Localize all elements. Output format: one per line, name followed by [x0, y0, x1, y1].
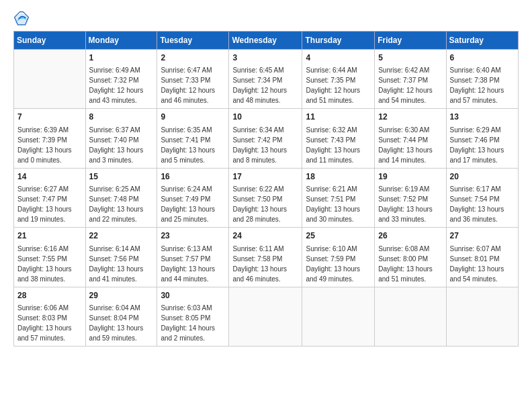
weekday-header-wednesday: Wednesday: [229, 32, 302, 50]
weekday-header-friday: Friday: [375, 32, 446, 50]
day-number: 20: [450, 171, 515, 183]
logo: [13, 11, 32, 27]
day-info: Sunrise: 6:45 AM Sunset: 7:34 PM Dayligh…: [232, 65, 298, 105]
day-number: 4: [306, 52, 371, 64]
day-number: 17: [232, 171, 298, 183]
calendar-week-row: 14Sunrise: 6:27 AM Sunset: 7:47 PM Dayli…: [14, 168, 519, 227]
day-info: Sunrise: 6:39 AM Sunset: 7:39 PM Dayligh…: [17, 125, 82, 165]
day-number: 2: [161, 52, 225, 64]
calendar-week-row: 28Sunrise: 6:06 AM Sunset: 8:03 PM Dayli…: [14, 287, 519, 346]
day-info: Sunrise: 6:35 AM Sunset: 7:41 PM Dayligh…: [161, 125, 225, 165]
calendar-cell: 6Sunrise: 6:40 AM Sunset: 7:38 PM Daylig…: [446, 50, 518, 109]
day-info: Sunrise: 6:07 AM Sunset: 8:01 PM Dayligh…: [450, 244, 515, 284]
calendar-cell: 28Sunrise: 6:06 AM Sunset: 8:03 PM Dayli…: [14, 287, 86, 346]
calendar-cell: 12Sunrise: 6:30 AM Sunset: 7:44 PM Dayli…: [375, 109, 446, 168]
day-info: Sunrise: 6:34 AM Sunset: 7:42 PM Dayligh…: [232, 125, 298, 165]
calendar-cell: 5Sunrise: 6:42 AM Sunset: 7:37 PM Daylig…: [375, 50, 446, 109]
day-info: Sunrise: 6:25 AM Sunset: 7:48 PM Dayligh…: [89, 184, 154, 224]
day-info: Sunrise: 6:19 AM Sunset: 7:52 PM Dayligh…: [378, 184, 442, 224]
calendar-cell: 3Sunrise: 6:45 AM Sunset: 7:34 PM Daylig…: [229, 50, 302, 109]
weekday-header-saturday: Saturday: [446, 32, 518, 50]
page-header: [13, 11, 519, 27]
day-number: 21: [17, 230, 82, 242]
calendar-cell: 8Sunrise: 6:37 AM Sunset: 7:40 PM Daylig…: [85, 109, 157, 168]
day-info: Sunrise: 6:32 AM Sunset: 7:43 PM Dayligh…: [306, 125, 371, 165]
day-number: 28: [17, 290, 82, 302]
calendar-cell: 16Sunrise: 6:24 AM Sunset: 7:49 PM Dayli…: [157, 168, 229, 227]
day-info: Sunrise: 6:03 AM Sunset: 8:05 PM Dayligh…: [161, 303, 225, 343]
day-number: 30: [161, 290, 225, 302]
day-info: Sunrise: 6:40 AM Sunset: 7:38 PM Dayligh…: [450, 65, 515, 105]
day-info: Sunrise: 6:16 AM Sunset: 7:55 PM Dayligh…: [17, 244, 82, 284]
calendar-cell: [302, 287, 375, 346]
calendar-cell: 2Sunrise: 6:47 AM Sunset: 7:33 PM Daylig…: [157, 50, 229, 109]
day-info: Sunrise: 6:37 AM Sunset: 7:40 PM Dayligh…: [89, 125, 154, 165]
weekday-header-monday: Monday: [85, 32, 157, 50]
calendar-cell: 4Sunrise: 6:44 AM Sunset: 7:35 PM Daylig…: [302, 50, 375, 109]
calendar-week-row: 1Sunrise: 6:49 AM Sunset: 7:32 PM Daylig…: [14, 50, 519, 109]
day-info: Sunrise: 6:08 AM Sunset: 8:00 PM Dayligh…: [378, 244, 442, 284]
calendar-cell: 11Sunrise: 6:32 AM Sunset: 7:43 PM Dayli…: [302, 109, 375, 168]
day-number: 7: [17, 111, 82, 123]
day-info: Sunrise: 6:13 AM Sunset: 7:57 PM Dayligh…: [161, 244, 225, 284]
calendar-cell: 23Sunrise: 6:13 AM Sunset: 7:57 PM Dayli…: [157, 228, 229, 287]
day-info: Sunrise: 6:11 AM Sunset: 7:58 PM Dayligh…: [232, 244, 298, 284]
day-info: Sunrise: 6:44 AM Sunset: 7:35 PM Dayligh…: [306, 65, 371, 105]
calendar-cell: 17Sunrise: 6:22 AM Sunset: 7:50 PM Dayli…: [229, 168, 302, 227]
calendar-cell: 20Sunrise: 6:17 AM Sunset: 7:54 PM Dayli…: [446, 168, 518, 227]
day-number: 12: [378, 111, 442, 123]
day-number: 6: [450, 52, 515, 64]
calendar-cell: 19Sunrise: 6:19 AM Sunset: 7:52 PM Dayli…: [375, 168, 446, 227]
day-number: 5: [378, 52, 442, 64]
calendar-week-row: 7Sunrise: 6:39 AM Sunset: 7:39 PM Daylig…: [14, 109, 519, 168]
day-number: 9: [161, 111, 225, 123]
calendar-cell: 27Sunrise: 6:07 AM Sunset: 8:01 PM Dayli…: [446, 228, 518, 287]
calendar-cell: 26Sunrise: 6:08 AM Sunset: 8:00 PM Dayli…: [375, 228, 446, 287]
calendar-cell: 1Sunrise: 6:49 AM Sunset: 7:32 PM Daylig…: [85, 50, 157, 109]
calendar-cell: 29Sunrise: 6:04 AM Sunset: 8:04 PM Dayli…: [85, 287, 157, 346]
calendar-cell: 13Sunrise: 6:29 AM Sunset: 7:46 PM Dayli…: [446, 109, 518, 168]
weekday-header-sunday: Sunday: [14, 32, 86, 50]
calendar-cell: 10Sunrise: 6:34 AM Sunset: 7:42 PM Dayli…: [229, 109, 302, 168]
calendar-cell: 21Sunrise: 6:16 AM Sunset: 7:55 PM Dayli…: [14, 228, 86, 287]
calendar-cell: [14, 50, 86, 109]
day-number: 27: [450, 230, 515, 242]
day-number: 16: [161, 171, 225, 183]
calendar-cell: 25Sunrise: 6:10 AM Sunset: 7:59 PM Dayli…: [302, 228, 375, 287]
day-info: Sunrise: 6:10 AM Sunset: 7:59 PM Dayligh…: [306, 244, 371, 284]
day-number: 8: [89, 111, 154, 123]
day-number: 25: [306, 230, 371, 242]
calendar-cell: [375, 287, 446, 346]
day-info: Sunrise: 6:49 AM Sunset: 7:32 PM Dayligh…: [89, 65, 154, 105]
calendar-cell: 7Sunrise: 6:39 AM Sunset: 7:39 PM Daylig…: [14, 109, 86, 168]
day-info: Sunrise: 6:47 AM Sunset: 7:33 PM Dayligh…: [161, 65, 225, 105]
calendar-cell: [446, 287, 518, 346]
logo-icon: [13, 11, 30, 27]
day-info: Sunrise: 6:04 AM Sunset: 8:04 PM Dayligh…: [89, 303, 154, 343]
day-number: 14: [17, 171, 82, 183]
day-info: Sunrise: 6:22 AM Sunset: 7:50 PM Dayligh…: [232, 184, 298, 224]
day-number: 10: [232, 111, 298, 123]
day-number: 22: [89, 230, 154, 242]
day-info: Sunrise: 6:24 AM Sunset: 7:49 PM Dayligh…: [161, 184, 225, 224]
day-number: 11: [306, 111, 371, 123]
calendar-cell: 15Sunrise: 6:25 AM Sunset: 7:48 PM Dayli…: [85, 168, 157, 227]
day-info: Sunrise: 6:30 AM Sunset: 7:44 PM Dayligh…: [378, 125, 442, 165]
calendar-cell: 22Sunrise: 6:14 AM Sunset: 7:56 PM Dayli…: [85, 228, 157, 287]
calendar-cell: 14Sunrise: 6:27 AM Sunset: 7:47 PM Dayli…: [14, 168, 86, 227]
calendar-header-row: SundayMondayTuesdayWednesdayThursdayFrid…: [14, 32, 519, 50]
day-info: Sunrise: 6:29 AM Sunset: 7:46 PM Dayligh…: [450, 125, 515, 165]
day-info: Sunrise: 6:21 AM Sunset: 7:51 PM Dayligh…: [306, 184, 371, 224]
weekday-header-thursday: Thursday: [302, 32, 375, 50]
day-number: 29: [89, 290, 154, 302]
day-number: 19: [378, 171, 442, 183]
day-number: 24: [232, 230, 298, 242]
day-number: 23: [161, 230, 225, 242]
calendar-cell: 30Sunrise: 6:03 AM Sunset: 8:05 PM Dayli…: [157, 287, 229, 346]
weekday-header-tuesday: Tuesday: [157, 32, 229, 50]
calendar-table: SundayMondayTuesdayWednesdayThursdayFrid…: [13, 31, 519, 347]
day-number: 15: [89, 171, 154, 183]
day-info: Sunrise: 6:27 AM Sunset: 7:47 PM Dayligh…: [17, 184, 82, 224]
calendar-cell: 24Sunrise: 6:11 AM Sunset: 7:58 PM Dayli…: [229, 228, 302, 287]
day-info: Sunrise: 6:42 AM Sunset: 7:37 PM Dayligh…: [378, 65, 442, 105]
